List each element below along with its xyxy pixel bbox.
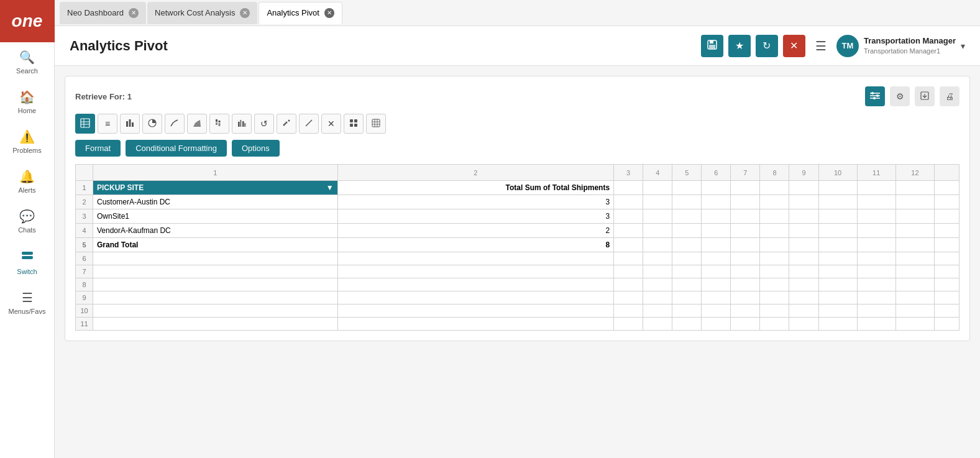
- row-number-2: 2: [76, 195, 93, 209]
- tab-close-network-cost[interactable]: ✕: [240, 8, 250, 18]
- pickup-site-label: PICKUP SITE: [97, 183, 144, 192]
- table-row: 10: [76, 305, 959, 318]
- conditional-formatting-button[interactable]: Conditional Formatting: [126, 140, 227, 157]
- home-icon: 🏠: [19, 89, 35, 104]
- cycle-icon: ↺: [260, 119, 268, 129]
- value-ownsite1: 3: [337, 209, 613, 224]
- scatter-button[interactable]: [277, 114, 296, 134]
- svg-rect-38: [354, 124, 357, 127]
- site-customer-a: CustomerA-Austin DC: [93, 195, 338, 209]
- star-button[interactable]: ★: [728, 35, 751, 57]
- pickup-site-header[interactable]: PICKUP SITE ▼: [93, 181, 338, 195]
- bell-icon: 🔔: [19, 169, 35, 184]
- x1-button[interactable]: ✕: [321, 114, 341, 134]
- empty-r1-c10: [818, 181, 857, 195]
- svg-rect-36: [354, 119, 357, 122]
- line2-button[interactable]: [299, 114, 319, 134]
- save-button[interactable]: [701, 35, 723, 57]
- chevron-down-icon: ▾: [961, 41, 965, 51]
- col-header-9: 9: [789, 165, 818, 181]
- hamburger-menu-button[interactable]: ☰: [810, 36, 831, 56]
- cycle-button[interactable]: ↺: [254, 114, 274, 134]
- empty-r1-c3: [614, 181, 643, 195]
- save-icon: [707, 39, 718, 53]
- sidebar-item-search[interactable]: 🔍 Search: [0, 42, 54, 82]
- col-header-3: 3: [614, 165, 643, 181]
- area-chart-button[interactable]: [187, 114, 207, 134]
- line-chart-icon: [170, 119, 179, 129]
- retrieve-row: Retrieve For: 1: [75, 86, 959, 106]
- close-icon: ✕: [790, 40, 798, 52]
- grid-button[interactable]: [366, 114, 386, 134]
- chart-type-toolbar: ≡: [75, 114, 959, 134]
- sidebar-item-problems[interactable]: ⚠️ Problems: [0, 122, 54, 162]
- sidebar-item-chats[interactable]: 💬 Chats: [0, 201, 54, 241]
- tab-label-neo-dashboard: Neo Dashboard: [67, 8, 124, 17]
- grand-total-value: 8: [337, 238, 613, 252]
- filter-settings-button[interactable]: [865, 86, 885, 106]
- svg-rect-3: [710, 40, 713, 44]
- content-area: Retrieve For: 1: [55, 66, 980, 458]
- grouped-bar-button[interactable]: [232, 114, 252, 134]
- table-icon: [80, 118, 90, 130]
- svg-rect-19: [132, 122, 134, 127]
- refresh-icon: ↻: [762, 40, 771, 52]
- stacked-bar-button[interactable]: [209, 114, 229, 134]
- svg-rect-35: [350, 119, 353, 122]
- empty-r1-c11: [857, 181, 895, 195]
- print-icon: 🖨: [945, 91, 954, 101]
- format-button[interactable]: Format: [75, 140, 121, 157]
- stacked-bar-icon: [215, 119, 224, 129]
- corner-cell: [76, 165, 93, 181]
- user-avatar: TM: [836, 35, 859, 57]
- empty-r1-c12: [895, 181, 934, 195]
- svg-point-10: [873, 97, 876, 99]
- sidebar-item-switch[interactable]: Switch: [0, 241, 54, 283]
- col-header-6: 6: [702, 165, 731, 181]
- sidebar-item-alerts[interactable]: 🔔 Alerts: [0, 162, 54, 201]
- sidebar-label-menus: Menus/Favs: [9, 308, 46, 315]
- svg-rect-28: [242, 121, 244, 127]
- tab-network-cost[interactable]: Network Cost Analysis ✕: [147, 2, 257, 24]
- sidebar-label-switch: Switch: [17, 268, 37, 275]
- table-row: 6: [76, 252, 959, 265]
- xx-icon: [349, 119, 358, 129]
- user-display-name: Transportation Manager: [864, 36, 956, 47]
- empty-r1-c5: [672, 181, 702, 195]
- tab-analytics-pivot[interactable]: Analytics Pivot ✕: [259, 2, 342, 24]
- tab-close-analytics-pivot[interactable]: ✕: [324, 8, 334, 18]
- svg-point-9: [876, 94, 879, 97]
- sidebar-item-home[interactable]: 🏠 Home: [0, 82, 54, 122]
- grand-total-row: 5 Grand Total 8: [76, 238, 959, 252]
- options-button[interactable]: Options: [232, 140, 280, 157]
- empty-r1-c13: [935, 181, 959, 195]
- export-icon: [920, 91, 930, 103]
- user-info[interactable]: TM Transportation Manager Transportation…: [836, 35, 965, 57]
- table-row: 4 VendorA-Kaufman DC 2: [76, 224, 959, 238]
- pivot-table: 1 2 3 4 5 6 7 8 9 10 11 12: [75, 164, 959, 331]
- col-header-4: 4: [643, 165, 672, 181]
- bar-chart-button[interactable]: [120, 114, 140, 134]
- print-button[interactable]: 🖨: [940, 86, 959, 106]
- retrieve-for-text: Retrieve For:: [75, 92, 125, 101]
- page-header: Analytics Pivot ★ ↻ ✕ ☰ TM Tra: [55, 26, 980, 66]
- app-logo[interactable]: one: [0, 0, 55, 42]
- table-view-button[interactable]: [75, 114, 95, 134]
- col-header-10: 10: [818, 165, 857, 181]
- empty-r1-c9: [789, 181, 818, 195]
- xx-button[interactable]: [344, 114, 364, 134]
- refresh-button[interactable]: ↻: [756, 35, 778, 57]
- tab-bar: Neo Dashboard ✕ Network Cost Analysis ✕ …: [55, 0, 980, 26]
- export-button[interactable]: [915, 86, 935, 106]
- settings-button[interactable]: ⚙: [890, 86, 910, 106]
- tab-close-neo-dashboard[interactable]: ✕: [129, 8, 139, 18]
- sidebar-item-menus[interactable]: ☰ Menus/Favs: [0, 283, 54, 323]
- filter-view-button[interactable]: ≡: [98, 114, 117, 134]
- close-button[interactable]: ✕: [783, 35, 805, 57]
- svg-rect-27: [240, 120, 242, 127]
- scatter-icon: [282, 119, 291, 129]
- pie-chart-button[interactable]: [142, 114, 162, 134]
- table-row: 1 PICKUP SITE ▼ Total Sum of Total Shipm…: [76, 181, 959, 195]
- line-chart-button[interactable]: [165, 114, 185, 134]
- tab-neo-dashboard[interactable]: Neo Dashboard ✕: [60, 2, 146, 24]
